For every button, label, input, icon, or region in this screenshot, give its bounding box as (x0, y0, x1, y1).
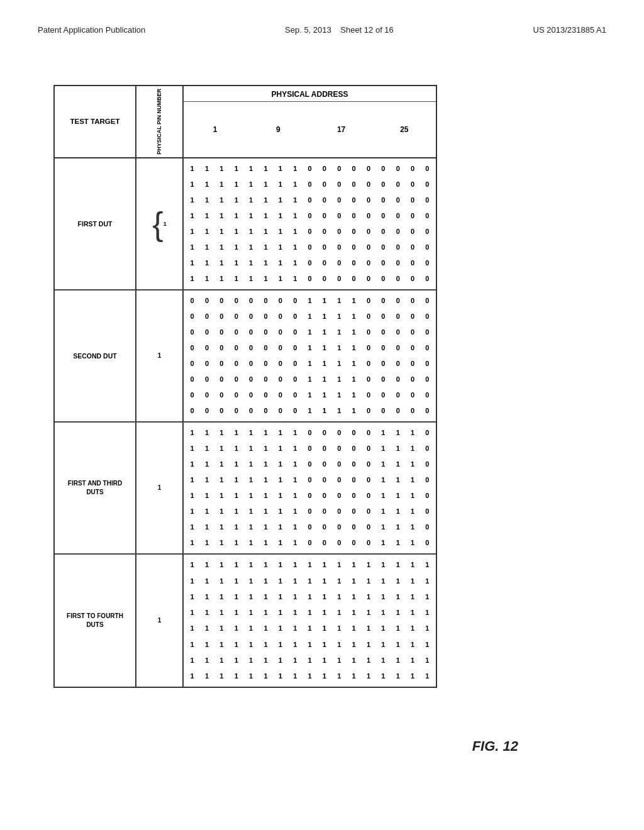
col-header-physical-address: PHYSICAL ADDRESS 1 9 17 25 (184, 86, 436, 157)
pin-second-dut: 1 (136, 290, 184, 421)
target-first-fourth-duts: FIRST TO FOURTH DUTS (55, 555, 136, 687)
pin-first-dut: { 1 (136, 158, 184, 289)
header-right: US 2013/231885 A1 (533, 25, 606, 35)
target-second-dut: SECOND DUT (55, 290, 136, 421)
header-center: Sep. 5, 2013 Sheet 12 of 16 (285, 25, 394, 35)
row-first-fourth-duts: FIRST TO FOURTH DUTS 1 11111111 11111111… (55, 555, 436, 687)
header-left: Patent Application Publication (38, 25, 145, 35)
target-first-dut: FIRST DUT (55, 158, 136, 289)
col-header-pin-number: PHYSICAL PIN NUMBER (136, 86, 184, 157)
figure-label: FIG. 12 (472, 738, 518, 755)
pin-first-fourth-duts: 1 (136, 555, 184, 687)
row-second-dut: SECOND DUT 1 00000000 00000000 00000000 … (55, 290, 436, 423)
pin-first-third-duts: 1 (136, 423, 184, 553)
page-header: Patent Application Publication Sep. 5, 2… (38, 25, 606, 35)
row-first-third-duts: FIRST AND THIRD DUTS 1 11111111 11111111… (55, 423, 436, 555)
row-first-dut: FIRST DUT { 1 11111111 11111111 11111111 (55, 158, 436, 290)
target-first-third-duts: FIRST AND THIRD DUTS (55, 423, 136, 553)
page: Patent Application Publication Sep. 5, 2… (0, 0, 644, 830)
col-header-test-target: TEST TARGET (55, 86, 136, 157)
